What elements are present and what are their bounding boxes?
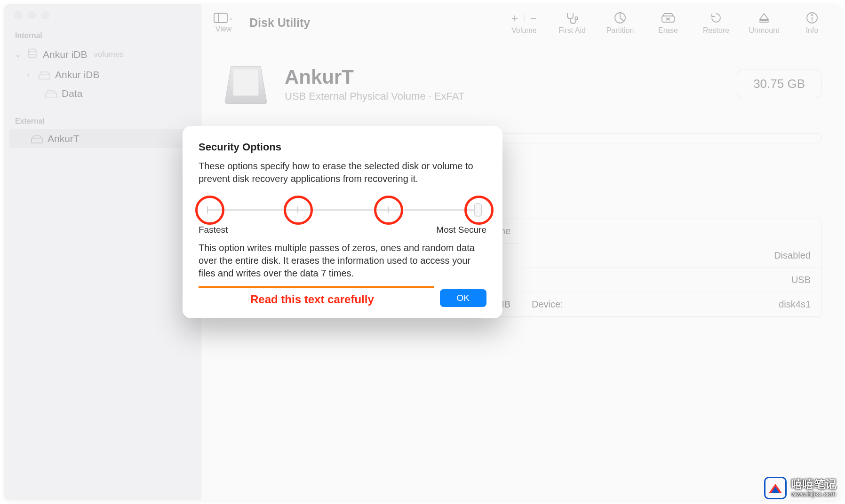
chevron-down-icon: ⌄	[15, 51, 22, 58]
security-options-dialog: Security Options These options specify h…	[183, 126, 502, 318]
security-slider[interactable]	[199, 198, 486, 221]
slider-label-left: Fastest	[199, 225, 228, 235]
toolbar-view-label: View	[215, 25, 231, 33]
slider-label-right: Most Secure	[436, 225, 486, 235]
svg-rect-15	[233, 69, 259, 96]
svg-rect-2	[46, 93, 56, 98]
fullscreen-icon[interactable]	[41, 11, 49, 19]
erase-icon	[661, 11, 675, 24]
sidebar-item-label: Ankur iDB	[55, 69, 100, 80]
annotation-circle	[284, 196, 313, 225]
info-value: disk4s1	[779, 299, 811, 310]
toolbar-label: Info	[806, 26, 819, 35]
svg-point-14	[812, 15, 813, 16]
volume-subtitle: USB External Physical Volume · ExFAT	[285, 90, 464, 102]
toolbar-firstaid[interactable]: First Aid	[555, 11, 589, 35]
toolbar-label: Unmount	[749, 26, 780, 35]
sidebar-toggle-icon: ⌄	[214, 13, 233, 23]
toolbar-erase[interactable]: Erase	[651, 11, 685, 35]
toolbar-label: Partition	[606, 26, 634, 35]
toolbar-unmount[interactable]: Unmount	[747, 11, 781, 35]
external-drive-icon	[221, 59, 271, 109]
eject-icon	[758, 11, 770, 24]
dialog-title: Security Options	[199, 141, 486, 153]
sidebar-item-ankur-idb[interactable]: › Ankur iDB	[4, 65, 201, 84]
sidebar-item-ankurt[interactable]: AnkurT	[9, 129, 195, 148]
ok-button[interactable]: OK	[440, 289, 486, 307]
toolbar-volume[interactable]: ＋ | － Volume	[507, 11, 541, 35]
disk-icon	[45, 89, 57, 98]
disk-icon	[39, 71, 50, 79]
watermark: 嘻嘻笔记 www.bijixx.com	[764, 477, 837, 499]
sidebar-item-label: Ankur iDB	[43, 49, 88, 60]
toolbar: ⌄ View Disk Utility ＋ | － Volume	[201, 4, 841, 42]
sidebar-section-internal: Internal	[4, 29, 201, 44]
info-key: Device:	[532, 299, 563, 310]
svg-rect-11	[760, 21, 768, 22]
app-title: Disk Utility	[249, 16, 310, 30]
piechart-icon	[614, 11, 626, 24]
toolbar-partition[interactable]: Partition	[603, 11, 637, 35]
toolbar-label: Erase	[658, 26, 678, 35]
plus-icon: ＋	[509, 10, 520, 25]
sidebar-item-ankur-idb-root[interactable]: ⌄ Ankur iDB volumes	[4, 44, 201, 65]
annotation-circle	[374, 196, 403, 225]
close-icon[interactable]	[14, 11, 22, 19]
dialog-description: This option writes multiple passes of ze…	[199, 242, 486, 280]
info-value: USB	[791, 275, 811, 285]
toolbar-label: First Aid	[558, 26, 586, 35]
toolbar-restore[interactable]: Restore	[699, 11, 733, 35]
restore-icon	[710, 11, 722, 24]
window-controls	[4, 9, 201, 29]
watermark-line1: 嘻嘻笔记	[791, 478, 837, 490]
toolbar-view[interactable]: ⌄ View	[214, 13, 233, 33]
volumes-tag: volumes	[94, 50, 124, 59]
sidebar-section-external: External	[4, 114, 201, 129]
watermark-icon	[764, 477, 787, 499]
minimize-icon[interactable]	[28, 11, 36, 19]
svg-point-0	[28, 49, 36, 52]
svg-rect-4	[214, 13, 227, 23]
sidebar-item-label: AnkurT	[48, 133, 80, 144]
toolbar-info[interactable]: Info	[795, 11, 829, 35]
info-icon	[806, 11, 818, 24]
sidebar: Internal ⌄ Ankur iDB volumes › Ankur iDB…	[4, 4, 201, 500]
info-value: Disabled	[774, 250, 811, 261]
volume-capacity-badge: 30.75 GB	[737, 70, 821, 98]
slider-track	[207, 209, 478, 211]
app-window: Internal ⌄ Ankur iDB volumes › Ankur iDB…	[4, 4, 841, 500]
info-row-smart-v: S.M.A.R.T. status: Disabled	[521, 244, 821, 268]
annotation-circle	[464, 196, 494, 225]
sidebar-item-data[interactable]: Data	[4, 84, 201, 103]
svg-rect-3	[32, 138, 42, 143]
info-row-conn: Connection: USB	[521, 268, 821, 292]
toolbar-label: Volume	[511, 26, 536, 35]
svg-rect-1	[39, 74, 50, 79]
stethoscope-icon	[565, 11, 579, 24]
disk-icon	[31, 134, 43, 143]
info-row-device: Device: disk4s1	[521, 292, 821, 317]
chevron-right-icon: ›	[27, 71, 34, 79]
disk-stack-icon	[26, 47, 38, 62]
minus-icon: －	[528, 10, 539, 25]
volume-title: AnkurT	[285, 66, 464, 88]
annotation-underline	[199, 286, 434, 288]
dialog-intro: These options specify how to erase the s…	[199, 160, 486, 185]
annotation-circle	[195, 196, 224, 225]
sidebar-item-label: Data	[62, 88, 82, 99]
svg-point-6	[575, 17, 578, 20]
watermark-line2: www.bijixx.com	[791, 491, 837, 498]
toolbar-label: Restore	[703, 26, 729, 35]
